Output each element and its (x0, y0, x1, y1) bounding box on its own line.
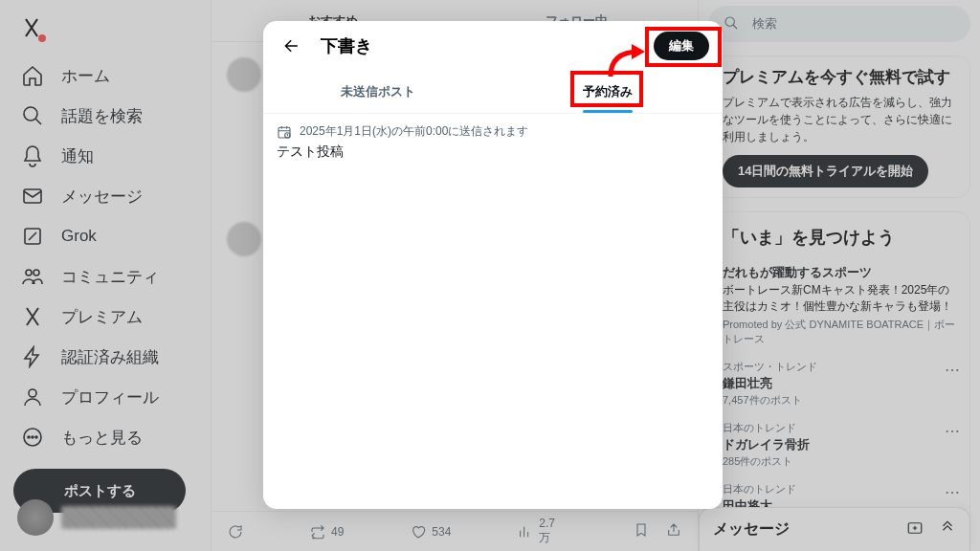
draft-item[interactable]: 2025年1月1日(水)の午前0:00に送信されます テスト投稿 (263, 114, 723, 170)
calendar-clock-icon (277, 124, 292, 140)
back-button[interactable] (277, 31, 307, 61)
draft-schedule: 2025年1月1日(水)の午前0:00に送信されます (277, 123, 709, 140)
tab-unsent[interactable]: 未送信ポスト (263, 71, 493, 113)
annotation-arrow (603, 40, 651, 78)
drafts-modal: 下書き 編集 未送信ポスト 予約済み 2025年1月1日(水)の午前0:00に送… (263, 21, 723, 509)
draft-text: テスト投稿 (277, 143, 709, 161)
annotation-box-edit (645, 27, 722, 67)
modal-title: 下書き (321, 34, 372, 57)
